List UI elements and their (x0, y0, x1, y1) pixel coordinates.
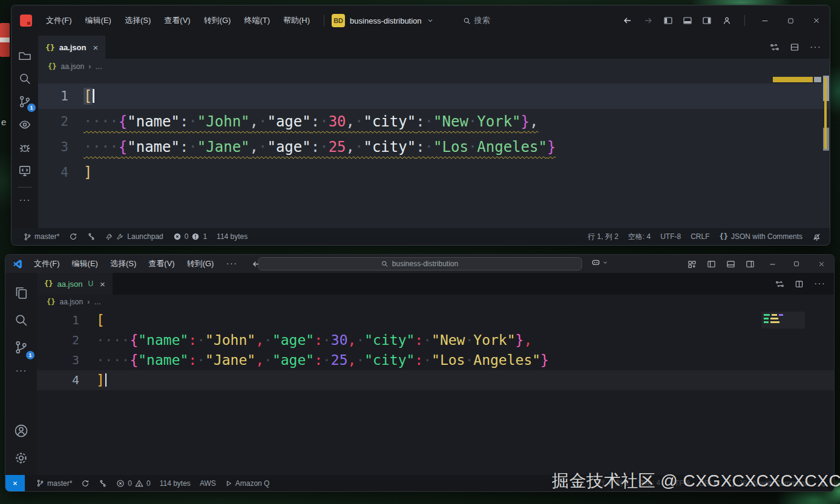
more-actions-icon[interactable]: ··· (11, 192, 38, 208)
minimize-icon[interactable] (760, 255, 784, 273)
menu-edit[interactable]: 编辑(E) (79, 15, 118, 26)
customize-layout-icon[interactable] (683, 260, 701, 269)
menu-help[interactable]: 帮助(H) (277, 15, 317, 26)
code-token: "age" (267, 113, 310, 130)
toggle-secondary-sidebar-icon[interactable] (741, 260, 759, 269)
account-icon[interactable] (5, 417, 37, 444)
remote-indicator[interactable] (5, 475, 25, 491)
menu-view[interactable]: 查看(V) (157, 15, 197, 26)
code-line[interactable]: 1[ (38, 83, 830, 109)
code-line[interactable]: 1[ (37, 310, 834, 330)
code-line[interactable]: 4] (37, 370, 834, 390)
explorer-icon[interactable] (5, 279, 37, 306)
editor-more-icon[interactable]: ··· (814, 281, 825, 287)
menu-selection[interactable]: 选择(S) (118, 15, 157, 26)
account-icon[interactable] (717, 16, 737, 25)
minimap[interactable] (773, 74, 821, 228)
tab-aa-json[interactable]: {} aa.json × (38, 36, 105, 59)
toggle-secondary-sidebar-icon[interactable] (697, 16, 717, 25)
menu-edit[interactable]: 编辑(E) (66, 258, 104, 269)
code-token: : (314, 332, 323, 348)
editor-more-icon[interactable]: ··· (810, 44, 821, 50)
open-changes-icon[interactable] (770, 42, 779, 52)
project-selector[interactable]: BD business-distribution (332, 14, 434, 27)
sync-icon[interactable] (81, 479, 90, 488)
tab-close-icon[interactable]: × (100, 279, 105, 289)
indentation-item[interactable]: 空格: 4 (628, 232, 651, 242)
aws-item[interactable]: AWS (200, 479, 216, 488)
split-editor-icon[interactable] (795, 280, 804, 289)
maximize-icon[interactable] (784, 255, 809, 273)
breadcrumb[interactable]: {} aa.json › … (38, 59, 830, 74)
open-changes-icon[interactable] (775, 280, 784, 289)
preview-monitor-icon[interactable] (11, 159, 38, 182)
menu-view[interactable]: 查看(V) (142, 258, 180, 269)
close-icon[interactable] (803, 5, 830, 36)
code-token: ] (84, 164, 92, 181)
nav-back-icon[interactable] (617, 16, 638, 25)
source-control-icon[interactable]: 1 (11, 90, 38, 113)
code-line[interactable]: 2····{"name":·"John",·"age":·30,·"city":… (38, 109, 830, 134)
git-branch-item[interactable]: master* (24, 232, 59, 241)
menu-go[interactable]: 转到(G) (181, 258, 220, 269)
git-branch-icon (36, 479, 44, 487)
source-control-icon[interactable]: 1 (5, 333, 37, 361)
close-icon[interactable] (809, 255, 834, 273)
menu-go[interactable]: 转到(G) (197, 15, 238, 26)
menu-terminal[interactable]: 终端(T) (237, 15, 277, 26)
text-cursor (93, 89, 94, 103)
eol-item[interactable]: CRLF (691, 232, 709, 241)
amazon-q-item[interactable]: Amazon Q (225, 479, 270, 488)
menu-selection[interactable]: 选择(S) (104, 258, 142, 269)
tab-bar: {} aa.json × ··· (38, 36, 830, 59)
copilot-menu[interactable] (591, 257, 608, 267)
minimize-icon[interactable] (752, 5, 778, 36)
toggle-sidebar-icon[interactable] (702, 260, 720, 269)
code-editor[interactable]: 1[2····{"name":·"John",·"age":·30,·"city… (37, 309, 834, 475)
language-mode-item[interactable]: {} JSON with Comments (720, 232, 802, 241)
code-line[interactable]: 4] (38, 160, 830, 185)
menu-file[interactable]: 文件(F) (28, 258, 66, 269)
minimap[interactable] (761, 312, 805, 329)
scrollbar[interactable] (821, 74, 830, 228)
settings-gear-icon[interactable] (5, 444, 37, 471)
notifications-muted-icon[interactable] (812, 232, 821, 241)
git-branch-item[interactable]: master* (36, 479, 72, 488)
vscode-logo-icon[interactable] (13, 259, 23, 269)
debug-bug-icon[interactable] (11, 136, 38, 159)
search-icon[interactable] (11, 67, 38, 90)
code-editor[interactable]: 1[2····{"name":·"John",·"age":·30,·"city… (38, 74, 830, 228)
problems-item[interactable]: 0 0 (116, 479, 150, 488)
code-line[interactable]: 3····{"name":·"Jane",·"age":·25,·"city":… (38, 134, 830, 160)
code-line[interactable]: 2····{"name":·"John",·"age":·30,·"city":… (37, 330, 834, 350)
gitlens-icon[interactable] (99, 479, 107, 488)
cursor-position-item[interactable]: 行 1, 列 2 (588, 232, 619, 242)
file-size-item: 114 bytes (160, 479, 191, 488)
split-editor-icon[interactable] (790, 42, 799, 52)
breadcrumb[interactable]: {} aa.json › … (37, 295, 834, 309)
eye-icon[interactable] (11, 113, 38, 136)
tab-close-icon[interactable]: × (93, 42, 98, 53)
toggle-panel-icon[interactable] (721, 260, 740, 269)
search-control[interactable]: 搜索 (463, 15, 490, 26)
code-token: } (540, 352, 549, 368)
code-token: ···· (96, 352, 130, 368)
maximize-icon[interactable] (778, 5, 803, 36)
toggle-panel-icon[interactable] (678, 16, 697, 25)
launchpad-item[interactable]: Launchpad (105, 232, 163, 241)
toggle-sidebar-icon[interactable] (658, 16, 678, 25)
menu-more-icon[interactable]: ··· (220, 261, 243, 267)
gitlens-icon[interactable] (87, 232, 96, 241)
menu-file[interactable]: 文件(F) (39, 15, 79, 26)
tab-aa-json[interactable]: {} aa.json U × (37, 273, 113, 295)
nav-forward-icon[interactable] (638, 16, 658, 25)
problems-item[interactable]: 0 1 (173, 232, 207, 241)
more-actions-icon[interactable]: ··· (5, 361, 37, 381)
code-line[interactable]: 3····{"name":·"Jane",·"age":·25,·"city":… (37, 350, 834, 370)
app-logo-icon[interactable] (20, 15, 32, 27)
search-icon[interactable] (5, 306, 37, 333)
encoding-item[interactable]: UTF-8 (660, 232, 681, 241)
sync-icon[interactable] (69, 232, 77, 241)
explorer-icon[interactable] (11, 44, 38, 67)
command-center-search[interactable]: business-distribution (258, 257, 582, 270)
